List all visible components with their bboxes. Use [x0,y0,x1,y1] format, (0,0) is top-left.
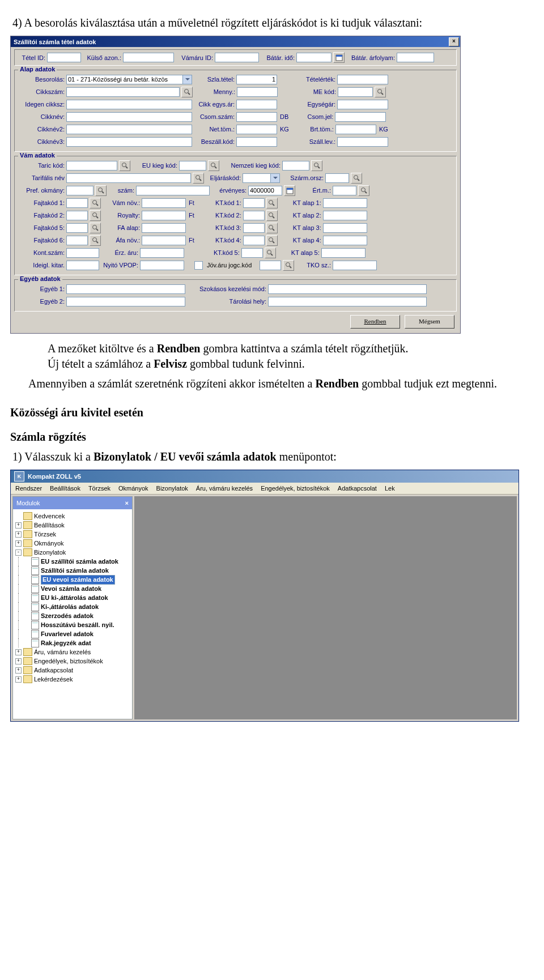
calendar-icon[interactable] [284,185,295,196]
input-erzaru[interactable] [140,248,184,258]
input-tarifalis[interactable] [66,173,191,183]
input-cikknev3[interactable] [66,137,192,147]
input-jovaru[interactable] [260,261,281,270]
tree-b4[interactable]: Vevoi számla adatok [15,584,130,593]
input-cikkszam[interactable] [66,87,180,97]
input-ktalap1[interactable] [323,198,367,208]
lookup-icon[interactable] [266,235,278,246]
input-batararf[interactable] [397,53,434,62]
tree-kedvencek[interactable]: Kedvencek [15,512,130,521]
input-batarido[interactable] [296,53,332,62]
tree-bizonylatok[interactable]: -Bizonylatok [15,548,130,557]
expand-icon[interactable]: + [15,667,22,674]
select-eljaraskod[interactable] [243,173,280,183]
tree-b9[interactable]: Fuvarlevel adatok [15,629,130,638]
tree-beallitasok[interactable]: +Beállítások [15,521,130,530]
lookup-icon[interactable] [266,198,278,208]
lookup-icon[interactable] [193,173,204,184]
input-ktkod5[interactable] [241,248,263,258]
lookup-icon[interactable] [90,210,101,221]
input-egyeb1[interactable] [66,284,185,294]
expand-icon[interactable]: + [15,676,22,683]
input-tarolasi[interactable] [268,297,427,306]
expand-icon[interactable]: + [15,649,22,655]
lookup-icon[interactable] [358,185,369,196]
tree-aru[interactable]: +Áru, vámáru kezelés [15,647,130,657]
input-fajtakod1[interactable] [66,198,88,208]
lookup-icon[interactable] [90,198,101,208]
input-ertm[interactable] [333,186,356,195]
close-icon[interactable]: × [449,37,459,46]
input-szlatetel[interactable] [236,75,277,84]
input-ktalap5[interactable] [321,248,366,258]
tree-eng[interactable]: +Engedélyek, biztosítékok [15,657,130,666]
tree-torzsek[interactable]: +Törzsek [15,530,130,539]
input-mekod[interactable] [338,87,373,97]
lookup-icon[interactable] [95,185,107,196]
input-beszallkod[interactable] [236,137,277,147]
input-kulsoazon[interactable] [123,53,174,62]
tree-b3-selected[interactable]: EU vevoi számla adatok [15,575,130,584]
tree-b6[interactable]: Ki-,áttárolás adatok [15,602,130,611]
checkbox-jovaru[interactable] [194,261,203,270]
menu-beallitasok[interactable]: Beállítások [50,485,80,492]
tree-b10[interactable]: Rak.jegyzék adat [15,638,130,647]
input-tetelid[interactable] [47,53,81,62]
input-csomjel[interactable] [335,112,386,122]
input-szarmorsz[interactable] [325,173,349,183]
input-ktkod4[interactable] [243,236,265,245]
input-egyeb2[interactable] [66,297,185,306]
calendar-icon[interactable] [333,52,345,63]
menu-okmanyok[interactable]: Okmányok [118,485,148,492]
tree-b1[interactable]: EU szállítói számla adatok [15,557,130,566]
input-tkosz[interactable] [333,261,377,270]
input-szalllev[interactable] [337,137,388,147]
lookup-icon[interactable] [375,87,386,97]
input-menny[interactable] [237,87,278,97]
input-ktkod3[interactable] [243,223,265,233]
select-besorolas[interactable]: 01 - 271-Közösségi áru betár. közös [66,75,192,84]
lookup-icon[interactable] [266,223,278,233]
expand-icon[interactable]: + [15,531,22,538]
input-cikknev2[interactable] [66,125,192,134]
megsem-button[interactable]: Mégsem [405,315,454,329]
input-kontszam[interactable] [66,248,99,258]
lookup-icon[interactable] [351,173,362,184]
input-cikkegysar[interactable] [236,100,277,109]
menu-bizonylatok[interactable]: Bizonylatok [156,485,188,492]
input-eukieg[interactable] [179,161,206,171]
lookup-icon[interactable] [208,160,219,171]
input-nyitovpop[interactable] [140,261,184,270]
input-faalap[interactable] [142,223,186,233]
input-vamaruid[interactable] [215,53,259,62]
input-royalty[interactable] [142,211,186,220]
menu-torzsek[interactable]: Törzsek [88,485,110,492]
input-ktalap3[interactable] [323,223,367,233]
menu-adatkapcsolat[interactable]: Adatkapcsolat [338,485,377,492]
lookup-icon[interactable] [119,160,130,171]
expand-icon[interactable]: + [15,658,22,664]
menu-aru[interactable]: Áru, vámáru kezelés [196,485,253,492]
lookup-icon[interactable] [283,260,294,271]
input-fajtakod2[interactable] [66,211,88,220]
input-prefokmany[interactable] [66,186,94,195]
lookup-icon[interactable] [90,223,101,233]
input-fajtakod6[interactable] [66,236,88,245]
tree-b7[interactable]: Szerzodés adatok [15,611,130,620]
expand-icon[interactable]: + [15,522,22,529]
input-idegen[interactable] [66,100,192,109]
input-ideigl[interactable] [66,261,99,270]
input-ktkod2[interactable] [243,211,265,220]
tree-okmanyok[interactable]: +Okmányok [15,539,130,548]
input-taric[interactable] [66,161,117,171]
menu-engedelyek[interactable]: Engedélyek, biztosítékok [261,485,330,492]
input-brttom[interactable] [335,125,376,134]
close-icon[interactable]: × [125,500,129,506]
lookup-icon[interactable] [265,248,276,258]
rendben-button[interactable]: Rendben [350,315,400,329]
tree-b2[interactable]: Szállítói számla adatok [15,566,130,575]
input-afanov[interactable] [142,236,186,245]
input-vamnov[interactable] [142,198,186,208]
input-cikknev[interactable] [66,112,192,122]
lookup-icon[interactable] [181,87,193,97]
